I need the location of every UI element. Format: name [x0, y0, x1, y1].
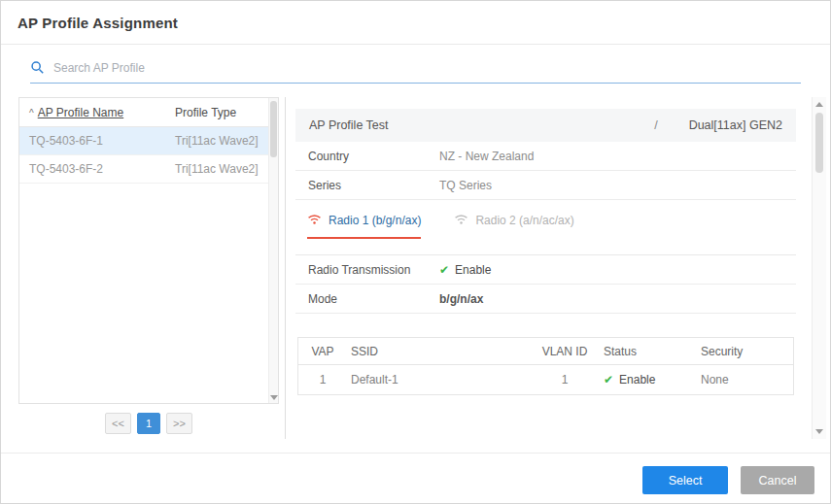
check-icon: ✔ — [439, 263, 449, 277]
country-value: NZ - New Zealand — [439, 150, 534, 163]
radio-tabs: Radio 1 (b/g/n/ax) Radio 2 (a/n/ac/ax) — [295, 212, 796, 239]
series-value: TQ Series — [439, 179, 492, 192]
ap-profile-list: ^ AP Profile Name Profile Type TQ-5403-6… — [18, 97, 279, 404]
scroll-up-icon[interactable] — [815, 102, 823, 107]
list-item-ap-profile-2[interactable]: TQ-5403-6F-2 Tri[11ac Wave2] — [19, 155, 278, 184]
enable-text: Enable — [455, 263, 491, 277]
search-bar — [30, 60, 801, 84]
mode-label: Mode — [295, 292, 439, 306]
ap-profile-name: TQ-5403-6F-2 — [19, 162, 175, 176]
radio-transmission-label: Radio Transmission — [295, 263, 439, 277]
ap-profile-type: Tri[11ac Wave2] — [175, 162, 278, 176]
wifi-icon — [307, 212, 322, 229]
detail-header-band: AP Profile Test / Dual[11ax] GEN2 — [295, 109, 796, 142]
sort-asc-icon[interactable]: ^ — [29, 108, 34, 118]
detail-scrollbar-thumb[interactable] — [815, 113, 823, 173]
ap-profile-assignment-dialog: AP Profile Assignment ^ AP Profile Name … — [0, 0, 831, 504]
col-status: Status — [604, 345, 701, 358]
scroll-down-icon[interactable] — [270, 395, 278, 400]
list-scrollbar-thumb[interactable] — [270, 101, 277, 157]
radio-transmission-row: Radio Transmission ✔Enable — [295, 255, 796, 285]
series-row: Series TQ Series — [295, 171, 796, 200]
series-label: Series — [295, 179, 439, 192]
list-header-row: ^ AP Profile Name Profile Type — [19, 98, 278, 127]
country-label: Country — [295, 150, 439, 163]
separator-slash: / — [654, 118, 657, 132]
ap-profile-name: TQ-5403-6F-1 — [19, 134, 175, 148]
main-area: ^ AP Profile Name Profile Type TQ-5403-6… — [18, 97, 826, 439]
vap-value: 1 — [298, 373, 347, 386]
search-input[interactable] — [53, 61, 801, 75]
profile-name: AP Profile Test — [309, 118, 389, 132]
ap-profile-type: Tri[11ac Wave2] — [175, 134, 278, 148]
cancel-button[interactable]: Cancel — [741, 466, 814, 494]
dialog-title: AP Profile Assignment — [17, 15, 178, 31]
vlan-id-value: 1 — [526, 373, 604, 386]
tab-radio-1[interactable]: Radio 1 (b/g/n/ax) — [307, 212, 421, 239]
radio-transmission-value: ✔Enable — [439, 263, 491, 277]
col-vap: VAP — [298, 345, 347, 358]
col-vlan-id: VLAN ID — [526, 345, 604, 358]
select-button[interactable]: Select — [642, 466, 728, 494]
column-header-profile-type[interactable]: Profile Type — [175, 106, 278, 119]
column-header-label: AP Profile Name — [38, 106, 123, 119]
detail-scrollbar[interactable] — [812, 97, 826, 439]
check-icon: ✔ — [604, 373, 613, 386]
tab-radio-2-label: Radio 2 (a/n/ac/ax) — [475, 214, 573, 227]
status-value: ✔Enable — [604, 373, 701, 386]
scroll-down-icon[interactable] — [815, 429, 823, 434]
ap-profile-detail-panel: AP Profile Test / Dual[11ax] GEN2 Countr… — [286, 97, 806, 439]
ap-profile-list-panel: ^ AP Profile Name Profile Type TQ-5403-6… — [18, 97, 279, 439]
list-item-ap-profile-1[interactable]: TQ-5403-6F-1 Tri[11ac Wave2] — [19, 127, 278, 155]
search-icon — [30, 60, 45, 75]
list-scrollbar[interactable] — [268, 98, 278, 403]
wifi-icon — [454, 212, 468, 229]
status-text: Enable — [619, 373, 655, 386]
mode-row: Mode b/g/n/ax — [295, 285, 796, 314]
pagination: << 1 >> — [18, 413, 279, 434]
pagination-next-button[interactable]: >> — [166, 413, 192, 434]
vap-table-header: VAP SSID VLAN ID Status Security — [298, 338, 793, 365]
col-ssid: SSID — [347, 345, 526, 358]
vap-table: VAP SSID VLAN ID Status Security 1 Defau… — [297, 337, 794, 395]
pagination-prev-button[interactable]: << — [105, 413, 131, 434]
mode-value: b/g/n/ax — [439, 292, 483, 306]
country-row: Country NZ - New Zealand — [295, 142, 796, 171]
col-security: Security — [701, 345, 793, 358]
column-header-ap-profile-name[interactable]: ^ AP Profile Name — [19, 106, 175, 119]
profile-model: Dual[11ax] GEN2 — [689, 118, 782, 132]
dialog-header: AP Profile Assignment — [1, 1, 830, 45]
ssid-value: Default-1 — [347, 373, 526, 386]
security-value: None — [701, 373, 793, 386]
vap-table-row: 1 Default-1 1 ✔Enable None — [298, 365, 793, 394]
dialog-footer: Select Cancel — [1, 453, 830, 503]
tab-radio-2[interactable]: Radio 2 (a/n/ac/ax) — [454, 212, 573, 239]
pagination-page-1-button[interactable]: 1 — [137, 413, 160, 434]
tab-radio-1-label: Radio 1 (b/g/n/ax) — [329, 214, 421, 227]
